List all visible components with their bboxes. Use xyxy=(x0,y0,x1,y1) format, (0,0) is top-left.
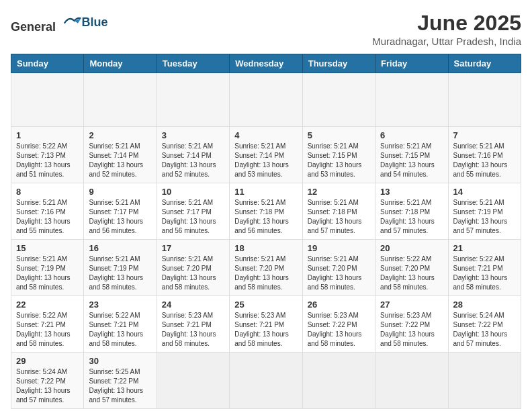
cell-text: Sunrise: 5:25 AMSunset: 7:22 PMDaylight:… xyxy=(89,368,143,404)
calendar-cell: 8 Sunrise: 5:21 AMSunset: 7:16 PMDayligh… xyxy=(11,183,84,240)
day-number: 27 xyxy=(380,300,443,310)
calendar-week-0 xyxy=(11,73,521,127)
cell-text: Sunrise: 5:22 AMSunset: 7:20 PMDaylight:… xyxy=(380,255,435,291)
calendar-cell: 28 Sunrise: 5:24 AMSunset: 7:22 PMDaylig… xyxy=(448,296,521,353)
calendar-cell xyxy=(302,73,375,127)
day-number: 3 xyxy=(162,130,224,140)
day-number: 2 xyxy=(89,130,151,140)
day-number: 5 xyxy=(308,130,370,140)
calendar-cell: 16 Sunrise: 5:21 AMSunset: 7:19 PMDaylig… xyxy=(84,240,157,296)
calendar-cell: 15 Sunrise: 5:21 AMSunset: 7:19 PMDaylig… xyxy=(11,240,84,296)
cell-text: Sunrise: 5:23 AMSunset: 7:21 PMDaylight:… xyxy=(234,312,289,347)
calendar-cell: 17 Sunrise: 5:21 AMSunset: 7:20 PMDaylig… xyxy=(157,240,229,296)
cell-text: Sunrise: 5:21 AMSunset: 7:16 PMDaylight:… xyxy=(16,199,71,234)
cell-text: Sunrise: 5:21 AMSunset: 7:16 PMDaylight:… xyxy=(453,142,508,178)
calendar-cell: 6 Sunrise: 5:21 AMSunset: 7:15 PMDayligh… xyxy=(375,127,448,183)
month-title: June 2025 xyxy=(372,11,521,36)
calendar-cell xyxy=(157,73,229,127)
calendar-cell xyxy=(230,353,302,409)
cell-text: Sunrise: 5:21 AMSunset: 7:14 PMDaylight:… xyxy=(162,142,216,178)
cell-text: Sunrise: 5:23 AMSunset: 7:22 PMDaylight:… xyxy=(380,312,435,347)
day-number: 10 xyxy=(162,187,224,197)
cell-text: Sunrise: 5:21 AMSunset: 7:15 PMDaylight:… xyxy=(308,142,362,178)
cell-text: Sunrise: 5:21 AMSunset: 7:15 PMDaylight:… xyxy=(380,142,435,178)
page-header: General Blue June 2025 Muradnagar, Uttar… xyxy=(11,11,521,47)
calendar-cell xyxy=(84,73,157,127)
calendar-cell: 11 Sunrise: 5:21 AMSunset: 7:18 PMDaylig… xyxy=(230,183,302,240)
day-number: 6 xyxy=(380,130,443,140)
calendar-week-1: 1 Sunrise: 5:22 AMSunset: 7:13 PMDayligh… xyxy=(11,127,521,183)
calendar-cell: 14 Sunrise: 5:21 AMSunset: 7:19 PMDaylig… xyxy=(448,183,521,240)
cell-text: Sunrise: 5:22 AMSunset: 7:21 PMDaylight:… xyxy=(453,255,508,291)
calendar-cell: 5 Sunrise: 5:21 AMSunset: 7:15 PMDayligh… xyxy=(302,127,375,183)
cell-text: Sunrise: 5:22 AMSunset: 7:13 PMDaylight:… xyxy=(16,142,71,178)
cell-text: Sunrise: 5:21 AMSunset: 7:19 PMDaylight:… xyxy=(16,255,71,291)
calendar-cell: 10 Sunrise: 5:21 AMSunset: 7:17 PMDaylig… xyxy=(157,183,229,240)
cell-text: Sunrise: 5:22 AMSunset: 7:21 PMDaylight:… xyxy=(89,312,143,347)
day-number: 13 xyxy=(380,187,443,197)
day-number: 12 xyxy=(308,187,370,197)
calendar-cell xyxy=(448,353,521,409)
cell-text: Sunrise: 5:21 AMSunset: 7:18 PMDaylight:… xyxy=(380,199,435,234)
cell-text: Sunrise: 5:21 AMSunset: 7:20 PMDaylight:… xyxy=(162,255,216,291)
logo: General Blue xyxy=(11,11,108,34)
calendar-cell: 9 Sunrise: 5:21 AMSunset: 7:17 PMDayligh… xyxy=(84,183,157,240)
cell-text: Sunrise: 5:22 AMSunset: 7:21 PMDaylight:… xyxy=(16,312,71,347)
calendar-cell: 18 Sunrise: 5:21 AMSunset: 7:20 PMDaylig… xyxy=(230,240,302,296)
calendar-cell: 4 Sunrise: 5:21 AMSunset: 7:14 PMDayligh… xyxy=(230,127,302,183)
day-number: 9 xyxy=(89,187,151,197)
day-number: 24 xyxy=(162,300,224,310)
calendar-cell: 23 Sunrise: 5:22 AMSunset: 7:21 PMDaylig… xyxy=(84,296,157,353)
logo-icon xyxy=(62,11,82,31)
calendar-cell: 22 Sunrise: 5:22 AMSunset: 7:21 PMDaylig… xyxy=(11,296,84,353)
header-tuesday: Tuesday xyxy=(157,54,229,73)
calendar-header-row: SundayMondayTuesdayWednesdayThursdayFrid… xyxy=(11,54,521,73)
calendar-cell: 24 Sunrise: 5:23 AMSunset: 7:21 PMDaylig… xyxy=(157,296,229,353)
day-number: 23 xyxy=(89,300,151,310)
day-number: 8 xyxy=(16,187,79,197)
calendar-cell: 21 Sunrise: 5:22 AMSunset: 7:21 PMDaylig… xyxy=(448,240,521,296)
calendar-cell xyxy=(448,73,521,127)
day-number: 1 xyxy=(16,130,79,140)
day-number: 7 xyxy=(453,130,516,140)
calendar-cell xyxy=(375,353,448,409)
header-monday: Monday xyxy=(84,54,157,73)
calendar-cell: 2 Sunrise: 5:21 AMSunset: 7:14 PMDayligh… xyxy=(84,127,157,183)
header-saturday: Saturday xyxy=(448,54,521,73)
cell-text: Sunrise: 5:21 AMSunset: 7:14 PMDaylight:… xyxy=(234,142,289,178)
calendar-week-3: 15 Sunrise: 5:21 AMSunset: 7:19 PMDaylig… xyxy=(11,240,521,296)
header-wednesday: Wednesday xyxy=(230,54,302,73)
calendar-cell: 7 Sunrise: 5:21 AMSunset: 7:16 PMDayligh… xyxy=(448,127,521,183)
day-number: 30 xyxy=(89,356,151,366)
calendar-week-5: 29 Sunrise: 5:24 AMSunset: 7:22 PMDaylig… xyxy=(11,353,521,409)
day-number: 26 xyxy=(308,300,370,310)
cell-text: Sunrise: 5:23 AMSunset: 7:22 PMDaylight:… xyxy=(308,312,362,347)
calendar-table: SundayMondayTuesdayWednesdayThursdayFrid… xyxy=(11,54,521,409)
cell-text: Sunrise: 5:21 AMSunset: 7:20 PMDaylight:… xyxy=(234,255,289,291)
cell-text: Sunrise: 5:21 AMSunset: 7:17 PMDaylight:… xyxy=(89,199,143,234)
day-number: 14 xyxy=(453,187,516,197)
calendar-week-4: 22 Sunrise: 5:22 AMSunset: 7:21 PMDaylig… xyxy=(11,296,521,353)
calendar-cell: 1 Sunrise: 5:22 AMSunset: 7:13 PMDayligh… xyxy=(11,127,84,183)
calendar-cell: 26 Sunrise: 5:23 AMSunset: 7:22 PMDaylig… xyxy=(302,296,375,353)
cell-text: Sunrise: 5:21 AMSunset: 7:19 PMDaylight:… xyxy=(453,199,508,234)
calendar-cell: 13 Sunrise: 5:21 AMSunset: 7:18 PMDaylig… xyxy=(375,183,448,240)
cell-text: Sunrise: 5:24 AMSunset: 7:22 PMDaylight:… xyxy=(16,368,71,404)
location-title: Muradnagar, Uttar Pradesh, India xyxy=(372,36,521,47)
day-number: 28 xyxy=(453,300,516,310)
calendar-cell: 12 Sunrise: 5:21 AMSunset: 7:18 PMDaylig… xyxy=(302,183,375,240)
day-number: 25 xyxy=(234,300,297,310)
cell-text: Sunrise: 5:21 AMSunset: 7:14 PMDaylight:… xyxy=(89,142,143,178)
title-area: June 2025 Muradnagar, Uttar Pradesh, Ind… xyxy=(372,11,521,47)
day-number: 11 xyxy=(234,187,297,197)
header-friday: Friday xyxy=(375,54,448,73)
day-number: 21 xyxy=(453,243,516,253)
cell-text: Sunrise: 5:21 AMSunset: 7:20 PMDaylight:… xyxy=(308,255,362,291)
calendar-cell xyxy=(375,73,448,127)
cell-text: Sunrise: 5:24 AMSunset: 7:22 PMDaylight:… xyxy=(453,312,508,347)
calendar-cell xyxy=(11,73,84,127)
day-number: 4 xyxy=(234,130,297,140)
calendar-cell: 19 Sunrise: 5:21 AMSunset: 7:20 PMDaylig… xyxy=(302,240,375,296)
day-number: 18 xyxy=(234,243,297,253)
calendar-cell xyxy=(157,353,229,409)
